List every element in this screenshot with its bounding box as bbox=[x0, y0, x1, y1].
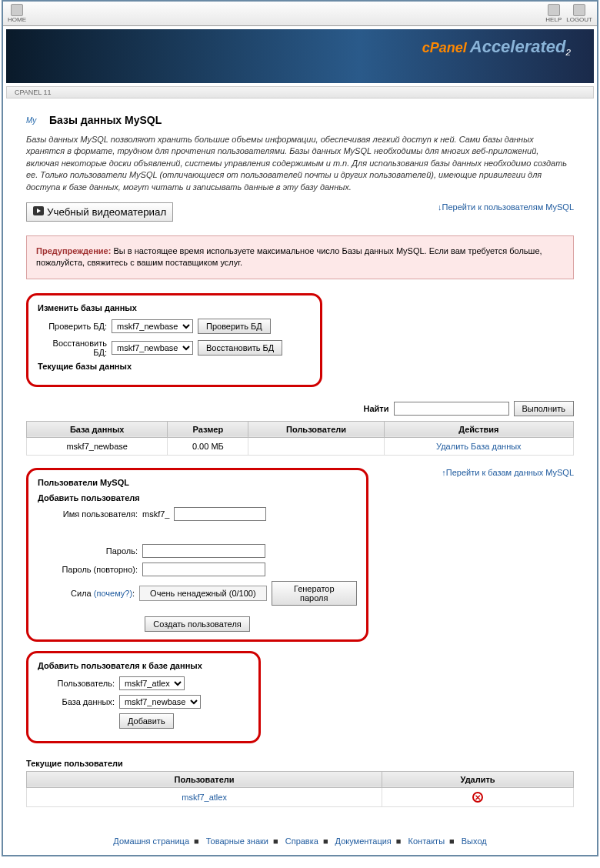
assign-user-label: Пользователь: bbox=[38, 679, 115, 688]
strength-why-link[interactable]: (почему?) bbox=[94, 589, 132, 598]
home-label: HOME bbox=[8, 16, 26, 23]
strength-meter: Очень ненадежный (0/100) bbox=[139, 586, 266, 601]
assign-db-select[interactable]: mskf7_newbase bbox=[119, 695, 201, 709]
db-col-name: База данных bbox=[27, 421, 168, 437]
users-col-delete: Удалить bbox=[382, 771, 574, 787]
footer-exit-link[interactable]: Выход bbox=[462, 836, 487, 846]
modify-databases-box: Изменить базы данных Проверить БД: mskf7… bbox=[26, 293, 322, 387]
help-icon bbox=[548, 4, 560, 16]
footer: Домашня страница■ Товарные знаки■ Справк… bbox=[3, 827, 597, 855]
footer-help-link[interactable]: Справка bbox=[285, 836, 318, 846]
assign-db-label: База данных: bbox=[38, 697, 115, 706]
footer-docs-link[interactable]: Документация bbox=[335, 836, 392, 846]
search-row: Найти Выполнить bbox=[26, 401, 574, 416]
assign-user-select[interactable]: mskf7_atlex bbox=[119, 676, 185, 690]
add-user-heading: Добавить пользователя bbox=[38, 493, 357, 502]
password-confirm-input[interactable] bbox=[142, 563, 265, 576]
mysql-users-box: Пользователи MySQL Добавить пользователя… bbox=[26, 468, 368, 642]
users-heading: Пользователи MySQL bbox=[38, 478, 357, 487]
video-label: Учебный видеоматериал bbox=[47, 206, 166, 218]
video-tutorial-button[interactable]: Учебный видеоматериал bbox=[26, 202, 173, 222]
warning-box: Предупреждение: Вы в настоящее время исп… bbox=[26, 235, 574, 279]
repair-db-button[interactable]: Восстановить БД bbox=[198, 340, 282, 356]
table-row: mskf7_newbase 0.00 МБ Удалить База данны… bbox=[27, 437, 574, 455]
footer-trademarks-link[interactable]: Товарные знаки bbox=[206, 836, 268, 846]
delete-user-icon[interactable]: ✕ bbox=[472, 792, 483, 803]
home-icon bbox=[11, 4, 23, 16]
banner: cPanel Accelerated2 bbox=[6, 29, 594, 83]
password-label: Пароль: bbox=[38, 546, 138, 556]
logout-label: LOGOUT bbox=[566, 16, 592, 23]
add-assign-button[interactable]: Добавить bbox=[119, 713, 174, 729]
db-col-actions: Действия bbox=[384, 421, 573, 437]
mysql-icon: My bbox=[26, 114, 45, 126]
search-input[interactable] bbox=[394, 402, 509, 416]
logout-icon bbox=[573, 4, 585, 16]
warning-label: Предупреждение: bbox=[36, 246, 111, 255]
app-frame: HOME HELP LOGOUT cPanel Accelerated2 CPA… bbox=[2, 0, 598, 856]
search-label: Найти bbox=[364, 404, 389, 413]
databases-table: База данных Размер Пользователи Действия… bbox=[26, 421, 574, 456]
password2-label: Пароль (повторно): bbox=[38, 565, 138, 574]
warning-text: Вы в настоящее время используете максима… bbox=[36, 246, 542, 267]
check-db-label: Проверить БД: bbox=[38, 322, 107, 331]
jump-to-dbs-link[interactable]: ↑Перейти к базам данных MySQL bbox=[442, 468, 574, 477]
intro-text: Базы данных MySQL позволяют хранить боль… bbox=[26, 134, 574, 193]
table-row: mskf7_atlex ✕ bbox=[27, 787, 574, 806]
username-input[interactable] bbox=[174, 507, 266, 521]
page-title: Базы данных MySQL bbox=[49, 114, 162, 126]
repair-db-select[interactable]: mskf7_newbase bbox=[112, 341, 193, 355]
repair-db-label: Восстановить БД: bbox=[38, 339, 107, 357]
current-users-table: Пользователи Удалить mskf7_atlex ✕ bbox=[26, 771, 574, 807]
db-users-cell bbox=[248, 437, 384, 455]
video-icon bbox=[33, 206, 44, 218]
footer-home-link[interactable]: Домашня страница bbox=[113, 836, 189, 846]
password-generator-button[interactable]: Генератор пароля bbox=[272, 581, 357, 606]
db-col-users: Пользователи bbox=[248, 421, 384, 437]
svg-text:My: My bbox=[26, 116, 37, 125]
db-col-size: Размер bbox=[168, 421, 248, 437]
help-button[interactable]: HELP bbox=[545, 4, 562, 23]
help-label: HELP bbox=[545, 16, 562, 23]
check-db-select[interactable]: mskf7_newbase bbox=[112, 319, 193, 333]
check-db-button[interactable]: Проверить БД bbox=[198, 319, 271, 334]
content: My Базы данных MySQL Базы данных MySQL п… bbox=[3, 98, 597, 827]
jump-to-users-link[interactable]: ↓Перейти к пользователям MySQL bbox=[438, 202, 574, 212]
db-size-cell: 0.00 МБ bbox=[168, 437, 248, 455]
banner-logo: cPanel Accelerated2 bbox=[422, 37, 571, 57]
password-input[interactable] bbox=[142, 544, 265, 558]
footer-contacts-link[interactable]: Контакты bbox=[408, 836, 445, 846]
username-label: Имя пользователя: bbox=[38, 509, 138, 519]
users-col-name: Пользователи bbox=[27, 771, 382, 787]
user-link[interactable]: mskf7_atlex bbox=[182, 793, 227, 802]
topbar: HOME HELP LOGOUT bbox=[3, 2, 597, 26]
db-name-cell: mskf7_newbase bbox=[27, 437, 168, 455]
assign-user-box: Добавить пользователя к базе данных Поль… bbox=[26, 651, 261, 743]
breadcrumb: CPANEL 11 bbox=[6, 86, 594, 98]
current-db-heading: Текущие базы данных bbox=[38, 362, 311, 371]
search-button[interactable]: Выполнить bbox=[514, 401, 574, 416]
create-user-button[interactable]: Создать пользователя bbox=[145, 616, 250, 632]
modify-heading: Изменить базы данных bbox=[38, 303, 311, 312]
home-button[interactable]: HOME bbox=[8, 4, 26, 23]
strength-label: Сила (почему?): bbox=[38, 589, 135, 598]
delete-db-link[interactable]: Удалить База данных bbox=[436, 442, 522, 451]
assign-heading: Добавить пользователя к базе данных bbox=[38, 661, 249, 670]
username-prefix: mskf7_ bbox=[142, 509, 169, 519]
current-users-heading: Текущие пользователи bbox=[26, 759, 574, 768]
logout-button[interactable]: LOGOUT bbox=[566, 4, 592, 23]
